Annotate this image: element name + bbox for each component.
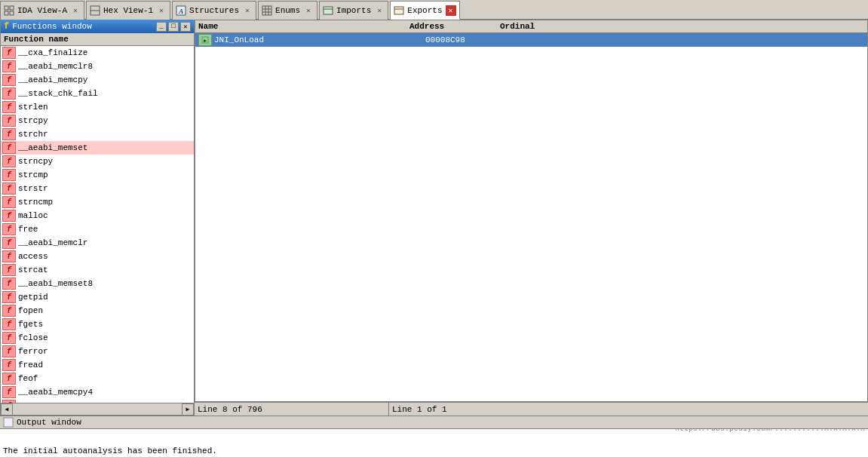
export-name: JNI_OnLoad [214,35,425,44]
function-list-item[interactable]: ffree [1,222,194,236]
function-list-item[interactable]: f__stack_chk_fail [1,87,194,100]
function-f-icon: f [2,47,16,59]
function-list-item[interactable]: ffread [1,358,194,372]
function-f-icon: f [2,210,16,222]
function-list-item[interactable]: fmalloc [1,209,194,222]
tab-label-structures: Structures [189,6,239,15]
function-list-item[interactable]: fstrcpy [1,114,194,127]
function-f-icon: f [2,305,16,317]
hscroll-left-arrow[interactable]: ◀ [1,403,13,416]
function-name: feof [18,374,38,383]
function-name: getpid [18,293,48,302]
function-list-item[interactable]: fstrncmp [1,195,194,209]
function-list-item[interactable]: ffopen [1,304,194,317]
function-list-item[interactable]: fstrcmp [1,168,194,182]
function-f-icon: f [2,115,16,127]
tab-close-enums[interactable]: ✕ [303,5,314,16]
function-name: strcmp [18,170,48,179]
function-f-icon: f [2,142,16,154]
col-header-address: Address [409,22,500,31]
status-functions-text: Line 8 of 796 [198,405,262,414]
function-list-scroll[interactable]: f__cxa_finalizef__aeabi_memclr8f__aeabi_… [1,46,194,403]
function-list-hscrollbar[interactable]: ◀ ▶ [1,403,194,415]
svg-rect-13 [324,7,333,14]
function-f-icon: f [2,223,16,235]
function-list-item[interactable]: f__aeabi_memcpy4 [1,385,194,399]
tab-icon-structures: A [176,5,186,16]
function-list-item[interactable]: f__system_property_get [1,399,194,403]
functions-window-maximize[interactable]: □ [168,22,179,32]
function-f-icon: f [2,332,16,344]
function-list-item[interactable]: fferror [1,345,194,358]
tab-close-hex-view-1[interactable]: ✕ [156,5,167,16]
tab-imports[interactable]: Imports ✕ [319,1,388,20]
svg-rect-2 [5,11,8,15]
tab-enums[interactable]: Enums ✕ [258,1,317,20]
tab-bar: IDA View-A ✕ Hex View-1 ✕ A Structures ✕… [0,0,868,20]
functions-window-icon: f [4,21,9,32]
function-name: __aeabi_memclr8 [18,62,93,71]
tab-close-exports[interactable]: ✕ [446,5,456,16]
output-window: Output window The initial autoanalysis h… [0,416,868,457]
tab-exports[interactable]: Exports ✕ [390,1,459,20]
function-list: f__cxa_finalizef__aeabi_memclr8f__aeabi_… [1,46,194,403]
function-name: strcpy [18,116,48,125]
function-list-item[interactable]: f__aeabi_memclr8 [1,60,194,73]
function-f-icon: f [2,196,16,208]
function-list-item[interactable]: fstrlen [1,100,194,114]
col-header-name: Name [198,22,409,31]
tab-label-exports: Exports [407,6,442,15]
function-list-item[interactable]: f__aeabi_memcpy [1,73,194,87]
hscroll-right-arrow[interactable]: ▶ [182,403,194,416]
tab-structures[interactable]: A Structures ✕ [172,1,256,20]
export-row[interactable]: ▶JNI_OnLoad00008C98 [195,33,867,47]
function-name: strncmp [18,198,53,207]
tab-hex-view-1[interactable]: Hex View-1 ✕ [86,1,170,20]
function-name: strchr [18,130,48,139]
function-list-item[interactable]: fstrcat [1,263,194,277]
exports-table-body[interactable]: ▶JNI_OnLoad00008C98 [195,33,867,401]
tab-label-hex-view-1: Hex View-1 [103,6,153,15]
output-window-icon [3,417,14,428]
function-list-item[interactable]: ffeof [1,372,194,385]
function-list-item[interactable]: f__cxa_finalize [1,46,194,60]
function-list-item[interactable]: f__aeabi_memclr [1,236,194,250]
function-name: access [18,252,48,261]
function-list-item[interactable]: fstrncpy [1,155,194,168]
tab-icon-enums [262,5,272,16]
output-url: https://bbs.pediy.com/...........x.x.x.x… [675,429,865,433]
function-name: fgets [18,320,43,329]
function-f-icon: f [2,101,16,113]
status-functions: Line 8 of 796 [195,403,389,416]
output-window-title: Output window [17,418,81,427]
function-name: strncpy [18,157,53,166]
function-f-icon: f [2,318,16,330]
function-list-item[interactable]: fgetpid [1,290,194,304]
function-list-item[interactable]: faccess [1,250,194,263]
function-name: strcat [18,265,48,275]
function-list-item[interactable]: f__aeabi_memset8 [1,277,194,290]
tab-close-imports[interactable]: ✕ [374,5,385,16]
function-name: malloc [18,211,48,220]
export-row-icon: ▶ [198,34,212,46]
tab-close-ida-view-a[interactable]: ✕ [70,5,81,16]
function-list-item[interactable]: fstrstr [1,182,194,195]
function-f-icon: f [2,345,16,357]
output-message: The initial autoanalysis has been finish… [3,446,217,455]
tab-ida-view-a[interactable]: IDA View-A ✕ [0,1,84,20]
function-list-item[interactable]: fstrchr [1,127,194,141]
function-list-item[interactable]: f__aeabi_memset [1,141,194,155]
function-name: fread [18,360,43,370]
function-f-icon: f [2,264,16,276]
svg-rect-8 [262,6,271,15]
output-window-content: The initial autoanalysis has been finish… [0,429,868,457]
tab-close-structures[interactable]: ✕ [242,5,253,16]
tab-label-enums: Enums [275,6,300,15]
status-exports-text: Line 1 of 1 [392,405,447,414]
functions-window-close[interactable]: ✕ [180,22,191,32]
functions-window-minimize[interactable]: _ [156,22,167,32]
function-list-item[interactable]: ffgets [1,317,194,331]
right-panel: Name Address Ordinal ▶JNI_OnLoad00008C98… [195,20,868,416]
function-f-icon: f [2,74,16,86]
function-list-item[interactable]: ffclose [1,331,194,345]
